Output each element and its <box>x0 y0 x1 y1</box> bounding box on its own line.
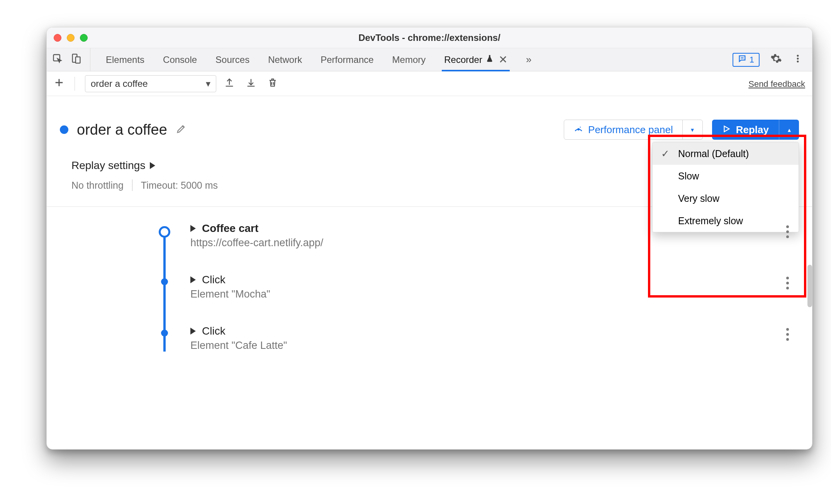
new-recording-icon[interactable] <box>54 77 64 90</box>
timeout-value: Timeout: 5000 ms <box>141 180 218 191</box>
devtools-window: DevTools - chrome://extensions/ Elements… <box>46 27 812 450</box>
expand-icon[interactable] <box>190 328 196 335</box>
replay-label: Replay <box>736 124 769 136</box>
svg-rect-2 <box>76 57 80 63</box>
recording-header: order a coffee Performance panel ▾ <box>47 96 812 146</box>
replay-dropdown-toggle[interactable]: ▴ <box>779 120 799 140</box>
titlebar: DevTools - chrome://extensions/ <box>47 27 812 48</box>
recording-select-value: order a coffee <box>91 78 148 89</box>
tab-console[interactable]: Console <box>163 48 197 71</box>
issues-button[interactable]: 1 <box>733 53 760 67</box>
step-item[interactable]: Click Element "Cafe Latte" <box>166 325 797 352</box>
expand-icon[interactable] <box>190 276 196 283</box>
performance-panel-button[interactable]: Performance panel <box>564 120 682 139</box>
expand-icon[interactable] <box>190 225 196 232</box>
settings-title-label: Replay settings <box>71 159 145 172</box>
check-icon: ✓ <box>661 148 671 160</box>
svg-point-4 <box>797 58 799 59</box>
recorder-toolbar: order a coffee ▾ Send feedback <box>47 71 812 96</box>
recording-title: order a coffee <box>77 122 167 138</box>
delete-icon[interactable] <box>267 77 278 90</box>
chat-icon <box>738 54 746 65</box>
export-icon[interactable] <box>224 77 235 90</box>
menu-item-label: Very slow <box>678 193 719 204</box>
step-kebab-icon[interactable] <box>786 328 789 341</box>
tab-memory[interactable]: Memory <box>392 48 426 71</box>
step-subtitle: https://coffee-cart.netlify.app/ <box>190 237 797 249</box>
step-title: Coffee cart <box>202 222 258 235</box>
import-icon[interactable] <box>246 77 256 90</box>
issues-count: 1 <box>750 55 754 65</box>
menu-item-label: Slow <box>678 171 699 182</box>
play-icon <box>722 124 731 136</box>
step-title: Click <box>202 325 226 337</box>
chevron-down-icon: ▾ <box>206 78 210 89</box>
step-subtitle: Element "Cafe Latte" <box>190 340 797 352</box>
tab-network[interactable]: Network <box>268 48 302 71</box>
recording-status-dot <box>60 125 68 134</box>
edit-icon[interactable] <box>176 123 187 136</box>
step-marker <box>161 278 168 285</box>
step-title: Click <box>202 274 226 286</box>
more-tabs-icon[interactable]: » <box>526 54 531 66</box>
performance-panel-dropdown[interactable]: ▾ <box>682 120 702 139</box>
step-marker <box>161 330 168 337</box>
svg-point-6 <box>578 129 579 130</box>
scrollbar-thumb[interactable] <box>807 265 812 307</box>
step-item[interactable]: Click Element "Mocha" <box>166 274 797 300</box>
menu-item-slow[interactable]: Slow <box>653 165 799 187</box>
tab-sources[interactable]: Sources <box>215 48 249 71</box>
gauge-icon <box>573 123 583 136</box>
step-kebab-icon[interactable] <box>786 277 789 289</box>
step-marker-start <box>159 226 170 238</box>
divider <box>75 77 75 91</box>
svg-point-3 <box>797 54 799 56</box>
chevron-right-icon <box>150 162 155 169</box>
divider <box>132 179 132 191</box>
window-title: DevTools - chrome://extensions/ <box>47 32 812 43</box>
recording-select[interactable]: order a coffee ▾ <box>85 75 216 92</box>
close-tab-icon[interactable]: ✕ <box>499 53 507 66</box>
performance-panel-label: Performance panel <box>588 124 673 136</box>
send-feedback-link[interactable]: Send feedback <box>748 79 805 89</box>
device-toolbar-icon[interactable] <box>71 53 81 66</box>
chevron-up-icon: ▴ <box>788 126 791 134</box>
svg-point-5 <box>797 61 799 63</box>
menu-item-label: Normal (Default) <box>678 148 749 159</box>
replay-button[interactable]: Replay <box>712 120 779 140</box>
step-kebab-icon[interactable] <box>786 225 789 238</box>
header-actions: Performance panel ▾ Replay ▴ <box>564 120 799 140</box>
settings-icon[interactable] <box>770 53 782 67</box>
menu-item-normal[interactable]: ✓ Normal (Default) <box>653 142 799 165</box>
tab-elements[interactable]: Elements <box>106 48 144 71</box>
tab-recorder[interactable]: Recorder ✕ <box>444 48 507 71</box>
tab-performance[interactable]: Performance <box>321 48 373 71</box>
step-item[interactable]: Coffee cart https://coffee-cart.netlify.… <box>166 222 797 249</box>
throttling-value: No throttling <box>71 180 124 191</box>
kebab-menu-icon[interactable] <box>793 54 803 66</box>
menu-item-very-slow[interactable]: Very slow <box>653 187 799 210</box>
inspect-element-icon[interactable] <box>52 53 63 66</box>
replay-button-group: Replay ▴ <box>712 120 799 140</box>
performance-panel-button-group: Performance panel ▾ <box>564 120 703 140</box>
steps-timeline: Coffee cart https://coffee-cart.netlify.… <box>47 207 812 352</box>
step-subtitle: Element "Mocha" <box>190 288 797 300</box>
chevron-down-icon: ▾ <box>691 126 694 134</box>
tabs-row: Elements Console Sources Network Perform… <box>47 48 812 71</box>
experiment-icon <box>485 54 494 65</box>
